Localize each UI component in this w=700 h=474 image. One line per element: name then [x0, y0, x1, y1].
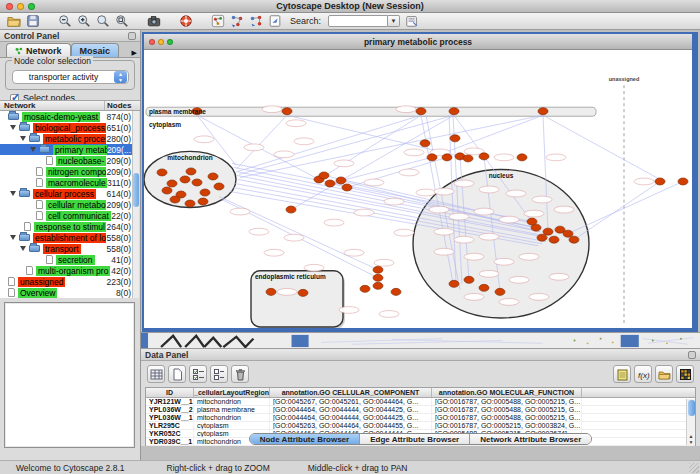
tab-overflow-arrow[interactable]: ▶: [132, 49, 138, 57]
tree-row-macromolecule[interactable]: macromolecule311(0): [0, 177, 133, 188]
disclosure-triangle-icon[interactable]: [30, 147, 36, 152]
network-node[interactable]: [416, 108, 426, 115]
network-node[interactable]: [373, 266, 383, 273]
column-header[interactable]: annotation.GO MOLECULAR_FUNCTION: [432, 388, 582, 397]
zoom-out-icon[interactable]: [57, 14, 72, 29]
network-node[interactable]: [543, 228, 553, 235]
network-node[interactable]: [427, 154, 437, 161]
tree-row-metabolic-process[interactable]: metabolic process280(0): [0, 133, 133, 144]
network-node[interactable]: [463, 155, 473, 162]
tree-row-overview[interactable]: Overview8(0): [0, 287, 133, 298]
network-node[interactable]: [678, 178, 688, 185]
unselect-attributes-icon[interactable]: [210, 365, 228, 383]
network-node[interactable]: [170, 196, 180, 203]
network-node[interactable]: [180, 176, 190, 183]
tree-row-secretion[interactable]: secretion41(0): [0, 254, 133, 265]
network-node[interactable]: [450, 135, 460, 142]
network-node[interactable]: [495, 288, 505, 295]
select-attributes-icon[interactable]: [189, 365, 207, 383]
tab-node-attribute-browser[interactable]: Node Attribute Browser: [250, 434, 361, 444]
column-header[interactable]: ID: [146, 388, 194, 397]
network-node[interactable]: [325, 180, 335, 187]
notes-icon[interactable]: [613, 365, 631, 383]
zoom-selected-icon[interactable]: [114, 14, 129, 29]
disclosure-triangle-icon[interactable]: [10, 191, 16, 196]
network-edge[interactable]: [568, 181, 683, 233]
tree-row-nucleobase-[interactable]: nucleobase-209(0): [0, 155, 133, 166]
network-node[interactable]: [464, 276, 474, 283]
import-attributes-folder-icon[interactable]: [655, 365, 673, 383]
tree-row-cellular-metabo[interactable]: cellular metabo209(0): [0, 199, 133, 210]
tree-row-establishment-of-lo[interactable]: establishment of lo558(0): [0, 232, 133, 243]
network-node[interactable]: [336, 177, 346, 184]
zoom-fit-icon[interactable]: [95, 14, 110, 29]
network-node[interactable]: [162, 187, 172, 194]
network-edge[interactable]: [574, 181, 660, 239]
formula-fx-icon[interactable]: f(x): [634, 365, 652, 383]
network-overview-icon[interactable]: [210, 14, 225, 29]
network-node[interactable]: [185, 200, 195, 207]
network-canvas[interactable]: plasma membranecytoplasmmitochondrionnuc…: [144, 51, 692, 328]
table-row[interactable]: YLR295Ccytoplasm[GO:0045263, GO:0044464,…: [146, 422, 695, 430]
network-node[interactable]: [538, 108, 548, 115]
open-session-button[interactable]: [6, 14, 21, 29]
tab-mosaic[interactable]: Mosaic: [71, 43, 120, 57]
network-node[interactable]: [360, 285, 370, 292]
layout-settings-icon[interactable]: [248, 14, 263, 29]
table-row[interactable]: YJR121W__1mitochondrion[GO:0045267, GO:0…: [146, 398, 695, 406]
network-node[interactable]: [298, 289, 308, 296]
tree-row-transport[interactable]: transport558(0): [0, 243, 133, 254]
tab-network-attribute-browser[interactable]: Network Attribute Browser: [470, 434, 591, 444]
column-header[interactable]: _cellularLayoutRegion: [194, 388, 270, 397]
tree-row-biological-process[interactable]: biological_process651(0): [0, 122, 133, 133]
tree-row-nitrogen-compo[interactable]: nitrogen compo209(0): [0, 166, 133, 177]
network-node[interactable]: [563, 230, 573, 237]
attribute-table-icon[interactable]: [147, 365, 165, 383]
disclosure-triangle-icon[interactable]: [20, 246, 26, 251]
disclosure-triangle-icon[interactable]: [20, 136, 26, 141]
disclosure-triangle-icon[interactable]: [10, 125, 16, 130]
network-node[interactable]: [186, 168, 196, 175]
table-row[interactable]: YPL036W__1mitochondrion[GO:0044464, GO:0…: [146, 414, 695, 422]
network-node[interactable]: [517, 154, 527, 161]
network-node[interactable]: [198, 198, 208, 205]
import-network-icon[interactable]: [267, 14, 282, 29]
tree-scrollbar-thumb[interactable]: [133, 173, 139, 207]
network-node[interactable]: [449, 280, 459, 287]
network-node[interactable]: [167, 180, 177, 187]
network-node[interactable]: [655, 178, 665, 185]
network-node[interactable]: [282, 108, 292, 115]
save-session-button[interactable]: [25, 14, 40, 29]
color-attribute-dropdown[interactable]: transporter activity ▲▼: [12, 70, 129, 84]
network-node[interactable]: [214, 183, 224, 190]
disclosure-triangle-icon[interactable]: [10, 235, 16, 240]
network-node[interactable]: [192, 179, 202, 186]
table-scrollbar-thumb[interactable]: [688, 400, 695, 416]
tree-row-cell-communicat[interactable]: cell communicat22(0): [0, 210, 133, 221]
table-row[interactable]: YPL036W__2plasma membrane[GO:0044464, GO…: [146, 406, 695, 414]
network-edge[interactable]: [219, 197, 378, 270]
network-node[interactable]: [537, 234, 547, 241]
network-node[interactable]: [373, 282, 383, 289]
network-node[interactable]: [479, 153, 489, 160]
search-config-icon[interactable]: [404, 14, 419, 29]
network-edge[interactable]: [237, 115, 287, 168]
network-node[interactable]: [391, 288, 401, 295]
network-node[interactable]: [527, 218, 537, 225]
data-panel-float-icon[interactable]: [688, 351, 696, 359]
network-node[interactable]: [342, 184, 352, 191]
help-lifering-icon[interactable]: [178, 14, 193, 29]
network-node[interactable]: [549, 236, 559, 243]
zoom-in-icon[interactable]: [76, 14, 91, 29]
tree-row-multi-organism-pro[interactable]: multi-organism pro42(0): [0, 265, 133, 276]
new-attribute-icon[interactable]: [168, 365, 186, 383]
snapshot-camera-icon[interactable]: [146, 14, 161, 29]
resize-grip[interactable]: [689, 463, 699, 473]
tree-row-cellular-process[interactable]: cellular process614(0): [0, 188, 133, 199]
network-node[interactable]: [266, 288, 276, 295]
network-node[interactable]: [373, 274, 383, 281]
tab-network[interactable]: Network: [6, 43, 71, 57]
network-edge[interactable]: [238, 115, 421, 171]
network-view-titlebar[interactable]: primary metabolic process: [144, 34, 692, 50]
delete-attribute-trash-icon[interactable]: [231, 365, 249, 383]
